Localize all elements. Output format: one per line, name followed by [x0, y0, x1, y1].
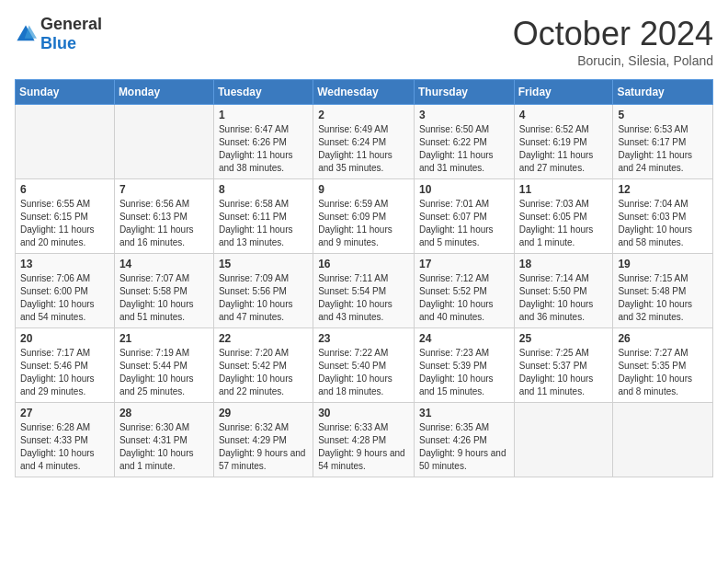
page-header: General Blue October 2024 Borucin, Siles… [15, 15, 713, 68]
calendar-cell: 8Sunrise: 6:58 AM Sunset: 6:11 PM Daylig… [213, 179, 313, 254]
day-number: 22 [219, 332, 308, 345]
calendar-cell: 13Sunrise: 7:06 AM Sunset: 6:00 PM Dayli… [16, 254, 115, 328]
day-info: Sunrise: 6:59 AM Sunset: 6:09 PM Dayligh… [318, 198, 409, 249]
day-number: 12 [618, 183, 708, 196]
weekday-header-sunday: Sunday [16, 80, 115, 105]
day-info: Sunrise: 7:11 AM Sunset: 5:54 PM Dayligh… [318, 272, 409, 324]
weekday-header-row: SundayMondayTuesdayWednesdayThursdayFrid… [16, 80, 713, 105]
calendar-body: 1Sunrise: 6:47 AM Sunset: 6:26 PM Daylig… [16, 105, 713, 477]
day-number: 7 [119, 183, 209, 196]
day-info: Sunrise: 6:56 AM Sunset: 6:13 PM Dayligh… [119, 198, 209, 249]
calendar-cell: 23Sunrise: 7:22 AM Sunset: 5:40 PM Dayli… [313, 328, 415, 403]
day-number: 5 [618, 109, 708, 121]
day-info: Sunrise: 7:12 AM Sunset: 5:52 PM Dayligh… [419, 272, 509, 324]
weekday-header-monday: Monday [114, 80, 213, 105]
day-info: Sunrise: 7:03 AM Sunset: 6:05 PM Dayligh… [519, 198, 609, 249]
day-number: 23 [318, 332, 409, 345]
day-number: 21 [119, 332, 209, 345]
day-number: 1 [219, 109, 308, 121]
day-number: 27 [20, 407, 109, 419]
calendar-cell: 19Sunrise: 7:15 AM Sunset: 5:48 PM Dayli… [613, 254, 713, 328]
day-number: 9 [318, 183, 409, 196]
calendar-week-3: 13Sunrise: 7:06 AM Sunset: 6:00 PM Dayli… [16, 254, 713, 328]
logo: General Blue [15, 15, 102, 53]
day-number: 30 [318, 407, 409, 419]
day-info: Sunrise: 6:52 AM Sunset: 6:19 PM Dayligh… [519, 123, 609, 175]
calendar-cell: 31Sunrise: 6:35 AM Sunset: 4:26 PM Dayli… [414, 403, 514, 477]
month-title: October 2024 [513, 15, 713, 53]
day-number: 19 [618, 258, 708, 270]
day-number: 8 [219, 183, 308, 196]
day-number: 14 [119, 258, 209, 270]
day-info: Sunrise: 7:25 AM Sunset: 5:37 PM Dayligh… [519, 347, 609, 398]
day-info: Sunrise: 6:32 AM Sunset: 4:29 PM Dayligh… [219, 421, 308, 473]
calendar-cell: 18Sunrise: 7:14 AM Sunset: 5:50 PM Dayli… [514, 254, 613, 328]
day-number: 13 [20, 258, 109, 270]
day-number: 11 [519, 183, 609, 196]
day-number: 16 [318, 258, 409, 270]
day-number: 20 [20, 332, 109, 345]
day-info: Sunrise: 6:28 AM Sunset: 4:33 PM Dayligh… [20, 421, 109, 473]
calendar-header: SundayMondayTuesdayWednesdayThursdayFrid… [16, 80, 713, 105]
calendar-cell: 7Sunrise: 6:56 AM Sunset: 6:13 PM Daylig… [114, 179, 213, 254]
calendar-cell: 6Sunrise: 6:55 AM Sunset: 6:15 PM Daylig… [16, 179, 115, 254]
calendar-cell: 30Sunrise: 6:33 AM Sunset: 4:28 PM Dayli… [313, 403, 415, 477]
day-number: 3 [419, 109, 509, 121]
day-info: Sunrise: 7:17 AM Sunset: 5:46 PM Dayligh… [20, 347, 109, 398]
logo-blue: Blue [40, 34, 76, 52]
title-block: October 2024 Borucin, Silesia, Poland [513, 15, 713, 68]
calendar-cell: 29Sunrise: 6:32 AM Sunset: 4:29 PM Dayli… [213, 403, 313, 477]
day-info: Sunrise: 6:58 AM Sunset: 6:11 PM Dayligh… [219, 198, 308, 249]
day-number: 17 [419, 258, 509, 270]
day-info: Sunrise: 7:07 AM Sunset: 5:58 PM Dayligh… [119, 272, 209, 324]
calendar-cell: 21Sunrise: 7:19 AM Sunset: 5:44 PM Dayli… [114, 328, 213, 403]
calendar-cell: 24Sunrise: 7:23 AM Sunset: 5:39 PM Dayli… [414, 328, 514, 403]
day-info: Sunrise: 7:01 AM Sunset: 6:07 PM Dayligh… [419, 198, 509, 249]
logo-text: General Blue [40, 15, 102, 53]
day-info: Sunrise: 7:27 AM Sunset: 5:35 PM Dayligh… [618, 347, 708, 398]
day-number: 4 [519, 109, 609, 121]
day-number: 26 [618, 332, 708, 345]
calendar-cell: 20Sunrise: 7:17 AM Sunset: 5:46 PM Dayli… [16, 328, 115, 403]
day-info: Sunrise: 7:15 AM Sunset: 5:48 PM Dayligh… [618, 272, 708, 324]
day-info: Sunrise: 7:19 AM Sunset: 5:44 PM Dayligh… [119, 347, 209, 398]
day-info: Sunrise: 7:23 AM Sunset: 5:39 PM Dayligh… [419, 347, 509, 398]
weekday-header-tuesday: Tuesday [213, 80, 313, 105]
weekday-header-saturday: Saturday [613, 80, 713, 105]
calendar-cell: 10Sunrise: 7:01 AM Sunset: 6:07 PM Dayli… [414, 179, 514, 254]
calendar-cell: 26Sunrise: 7:27 AM Sunset: 5:35 PM Dayli… [613, 328, 713, 403]
calendar-cell: 16Sunrise: 7:11 AM Sunset: 5:54 PM Dayli… [313, 254, 415, 328]
day-info: Sunrise: 7:06 AM Sunset: 6:00 PM Dayligh… [20, 272, 109, 324]
day-info: Sunrise: 6:49 AM Sunset: 6:24 PM Dayligh… [318, 123, 409, 175]
day-info: Sunrise: 6:53 AM Sunset: 6:17 PM Dayligh… [618, 123, 708, 175]
location-subtitle: Borucin, Silesia, Poland [513, 53, 713, 68]
calendar-cell: 3Sunrise: 6:50 AM Sunset: 6:22 PM Daylig… [414, 105, 514, 179]
calendar-week-2: 6Sunrise: 6:55 AM Sunset: 6:15 PM Daylig… [16, 179, 713, 254]
day-number: 6 [20, 183, 109, 196]
calendar-cell [114, 105, 213, 179]
day-number: 18 [519, 258, 609, 270]
day-number: 10 [419, 183, 509, 196]
weekday-header-friday: Friday [514, 80, 613, 105]
day-info: Sunrise: 7:14 AM Sunset: 5:50 PM Dayligh… [519, 272, 609, 324]
day-number: 29 [219, 407, 308, 419]
weekday-header-wednesday: Wednesday [313, 80, 415, 105]
day-number: 25 [519, 332, 609, 345]
day-number: 15 [219, 258, 308, 270]
calendar-cell: 2Sunrise: 6:49 AM Sunset: 6:24 PM Daylig… [313, 105, 415, 179]
logo-general: General [40, 15, 102, 33]
calendar-week-1: 1Sunrise: 6:47 AM Sunset: 6:26 PM Daylig… [16, 105, 713, 179]
day-info: Sunrise: 7:20 AM Sunset: 5:42 PM Dayligh… [219, 347, 308, 398]
calendar-cell: 14Sunrise: 7:07 AM Sunset: 5:58 PM Dayli… [114, 254, 213, 328]
calendar-table: SundayMondayTuesdayWednesdayThursdayFrid… [15, 79, 713, 477]
calendar-cell: 27Sunrise: 6:28 AM Sunset: 4:33 PM Dayli… [16, 403, 115, 477]
day-info: Sunrise: 6:35 AM Sunset: 4:26 PM Dayligh… [419, 421, 509, 473]
calendar-cell [16, 105, 115, 179]
day-info: Sunrise: 6:55 AM Sunset: 6:15 PM Dayligh… [20, 198, 109, 249]
day-info: Sunrise: 6:50 AM Sunset: 6:22 PM Dayligh… [419, 123, 509, 175]
calendar-cell: 11Sunrise: 7:03 AM Sunset: 6:05 PM Dayli… [514, 179, 613, 254]
calendar-cell: 9Sunrise: 6:59 AM Sunset: 6:09 PM Daylig… [313, 179, 415, 254]
calendar-cell: 1Sunrise: 6:47 AM Sunset: 6:26 PM Daylig… [213, 105, 313, 179]
calendar-week-5: 27Sunrise: 6:28 AM Sunset: 4:33 PM Dayli… [16, 403, 713, 477]
calendar-cell: 15Sunrise: 7:09 AM Sunset: 5:56 PM Dayli… [213, 254, 313, 328]
